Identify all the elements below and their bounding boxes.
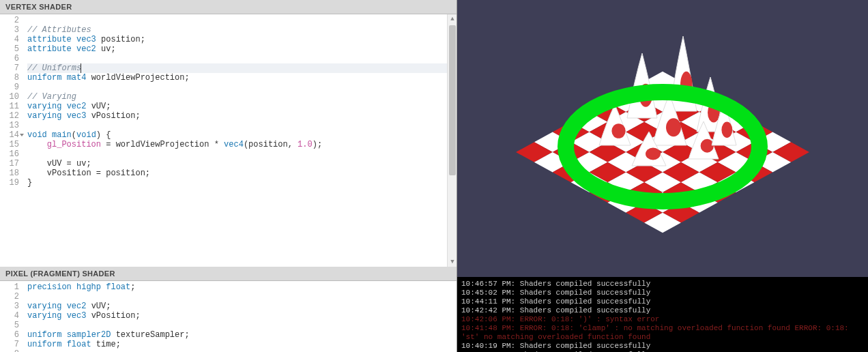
code-line[interactable]: gl_Position = worldViewProjection * vec4… <box>27 140 457 149</box>
pixel-shader-header: PIXEL (FRAGMENT) SHADER <box>0 267 457 281</box>
pixel-code-area[interactable]: precision highp float;varying vec2 vUV;v… <box>23 281 457 352</box>
editor-column: VERTEX SHADER 23456789101112131415161718… <box>0 0 457 352</box>
pixel-gutter: 123456789101112131415 <box>0 281 23 352</box>
code-line[interactable]: uniform float time; <box>27 340 457 349</box>
code-line[interactable]: varying vec3 vPosition; <box>27 111 457 121</box>
code-line[interactable]: vPosition = position; <box>27 168 457 178</box>
code-line[interactable] <box>27 149 457 159</box>
scroll-up-icon[interactable]: ▲ <box>448 14 457 24</box>
compile-log[interactable]: 10:46:57 PM: Shaders compiled successful… <box>457 277 868 352</box>
preview-column: 10:46:57 PM: Shaders compiled successful… <box>457 0 868 352</box>
svg-point-67 <box>611 123 625 138</box>
log-line: 10:44:11 PM: Shaders compiled successful… <box>461 297 864 306</box>
code-line[interactable] <box>27 54 457 63</box>
log-line: 10:42:42 PM: Shaders compiled successful… <box>461 306 864 315</box>
code-line[interactable]: varying vec3 vPosition; <box>27 311 457 321</box>
code-line[interactable]: attribute vec2 uv; <box>27 44 457 54</box>
svg-point-68 <box>666 118 681 136</box>
svg-point-70 <box>646 148 661 160</box>
render-output <box>485 16 840 261</box>
pixel-shader-editor[interactable]: 123456789101112131415 precision highp fl… <box>0 281 457 352</box>
code-line[interactable]: varying vec2 vUV; <box>27 102 457 111</box>
code-line[interactable]: void main(void) { <box>27 130 457 140</box>
svg-point-71 <box>721 122 732 138</box>
code-line[interactable] <box>27 349 457 352</box>
log-line: 10:46:57 PM: Shaders compiled successful… <box>461 280 864 289</box>
vertex-shader-header: VERTEX SHADER <box>0 0 457 14</box>
code-line[interactable] <box>27 83 457 92</box>
vertex-gutter: 2345678910111213141516171819 <box>0 14 23 267</box>
code-line[interactable]: vUV = uv; <box>27 159 457 168</box>
log-line: 10:45:02 PM: Shaders compiled successful… <box>461 289 864 297</box>
code-line[interactable] <box>27 16 457 25</box>
log-line: 10:40:19 PM: Shaders compiled successful… <box>461 342 864 351</box>
code-line[interactable]: uniform mat4 worldViewProjection; <box>27 73 457 83</box>
code-line[interactable]: uniform sampler2D textureSampler; <box>27 330 457 340</box>
code-line[interactable] <box>27 321 457 330</box>
log-line: 10:42:06 PM: ERROR: 0:18: ')' : syntax e… <box>461 315 864 324</box>
svg-point-69 <box>701 139 714 153</box>
code-line[interactable]: precision highp float; <box>27 282 457 292</box>
vertex-scrollbar[interactable]: ▲ ▼ <box>447 14 457 267</box>
code-line[interactable]: } <box>27 178 457 188</box>
vertex-code-area[interactable]: // Attributesattribute vec3 position;att… <box>23 14 457 267</box>
code-line[interactable] <box>27 292 457 302</box>
code-line[interactable]: // Varying <box>27 92 457 102</box>
code-line[interactable] <box>27 121 457 130</box>
render-viewport[interactable] <box>457 0 868 277</box>
code-line[interactable]: // Uniforms <box>27 63 457 73</box>
vertex-shader-editor[interactable]: 2345678910111213141516171819 // Attribut… <box>0 14 457 267</box>
vertex-scroll-thumb[interactable] <box>449 25 456 175</box>
code-line[interactable]: varying vec2 vUV; <box>27 302 457 311</box>
log-line: 10:41:48 PM: ERROR: 0:18: 'clamp' : no m… <box>461 324 864 342</box>
code-line[interactable]: attribute vec3 position; <box>27 35 457 44</box>
code-line[interactable]: // Attributes <box>27 25 457 35</box>
scroll-down-icon[interactable]: ▼ <box>448 257 457 267</box>
